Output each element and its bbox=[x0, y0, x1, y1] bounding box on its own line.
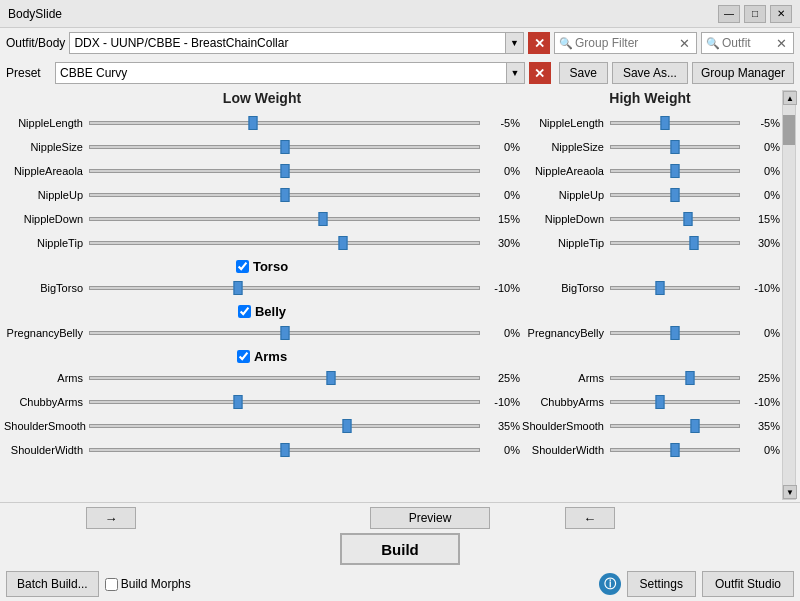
preset-select[interactable]: CBBE Curvy bbox=[55, 62, 507, 84]
slider-label: PregnancyBelly bbox=[4, 327, 89, 339]
slider-row: NippleSize0% bbox=[520, 136, 780, 158]
slider-thumb[interactable] bbox=[338, 236, 347, 250]
outfit-search-input[interactable] bbox=[722, 36, 772, 50]
slider-label: NippleAreaola bbox=[520, 165, 610, 177]
slider-thumb[interactable] bbox=[671, 188, 680, 202]
outfit-body-clear-button[interactable]: ✕ bbox=[528, 32, 550, 54]
slider-thumb[interactable] bbox=[683, 212, 692, 226]
maximize-button[interactable]: □ bbox=[744, 5, 766, 23]
slider-wrap bbox=[610, 400, 740, 404]
slider-row: BigTorso-10% bbox=[520, 277, 780, 299]
slider-row: NippleUp0% bbox=[4, 184, 520, 206]
save-as-button[interactable]: Save As... bbox=[612, 62, 688, 84]
minimize-button[interactable]: — bbox=[718, 5, 740, 23]
slider-wrap bbox=[89, 424, 480, 428]
scroll-down-button[interactable]: ▼ bbox=[783, 485, 797, 499]
bottom-buttons-row: Batch Build... Build Morphs ⓘ Settings O… bbox=[6, 571, 794, 597]
slider-thumb[interactable] bbox=[319, 212, 328, 226]
slider-thumb[interactable] bbox=[671, 164, 680, 178]
belly-checkbox-low[interactable] bbox=[238, 305, 251, 318]
settings-button[interactable]: Settings bbox=[627, 571, 696, 597]
slider-thumb[interactable] bbox=[280, 164, 289, 178]
high-nipple-sliders: NippleLength-5%NippleSize0%NippleAreaola… bbox=[520, 112, 780, 256]
arms-label-low: Arms bbox=[254, 349, 287, 364]
low-weight-panel: Low Weight NippleLength-5%NippleSize0%Ni… bbox=[4, 90, 520, 500]
slider-label: NippleLength bbox=[4, 117, 89, 129]
slider-label: NippleUp bbox=[4, 189, 89, 201]
slider-label: NippleSize bbox=[520, 141, 610, 153]
slider-thumb[interactable] bbox=[233, 281, 242, 295]
slider-thumb[interactable] bbox=[280, 188, 289, 202]
info-button[interactable]: ⓘ bbox=[599, 573, 621, 595]
slider-value: 30% bbox=[480, 237, 520, 249]
slider-row: ShoulderWidth0% bbox=[520, 439, 780, 461]
preset-clear-button[interactable]: ✕ bbox=[529, 62, 551, 84]
scroll-up-button[interactable]: ▲ bbox=[783, 91, 797, 105]
slider-wrap bbox=[89, 169, 480, 173]
slider-value: 15% bbox=[480, 213, 520, 225]
slider-thumb[interactable] bbox=[280, 326, 289, 340]
scrollbar[interactable]: ▲ ▼ bbox=[782, 90, 796, 500]
slider-thumb[interactable] bbox=[655, 281, 664, 295]
slider-value: -10% bbox=[740, 282, 780, 294]
slider-wrap bbox=[89, 286, 480, 290]
build-button[interactable]: Build bbox=[340, 533, 460, 565]
outfit-body-select[interactable]: DDX - UUNP/CBBE - BreastChainCollar bbox=[69, 32, 506, 54]
slider-thumb[interactable] bbox=[690, 236, 699, 250]
arms-checkbox-low[interactable] bbox=[237, 350, 250, 363]
slider-thumb[interactable] bbox=[660, 116, 669, 130]
slider-value: 35% bbox=[480, 420, 520, 432]
group-manager-button[interactable]: Group Manager bbox=[692, 62, 794, 84]
slider-thumb[interactable] bbox=[280, 443, 289, 457]
slider-thumb[interactable] bbox=[249, 116, 258, 130]
slider-label: NippleAreaola bbox=[4, 165, 89, 177]
slider-thumb[interactable] bbox=[655, 395, 664, 409]
low-arms-divider: Arms bbox=[4, 349, 520, 364]
slider-label: NippleDown bbox=[4, 213, 89, 225]
group-filter-input[interactable] bbox=[575, 36, 675, 50]
slider-wrap bbox=[610, 121, 740, 125]
slider-row: Arms25% bbox=[520, 367, 780, 389]
slider-thumb[interactable] bbox=[327, 371, 336, 385]
preview-button[interactable]: Preview bbox=[370, 507, 490, 529]
slider-row: NippleTip30% bbox=[4, 232, 520, 254]
batch-build-button[interactable]: Batch Build... bbox=[6, 571, 99, 597]
preset-arrow[interactable]: ▼ bbox=[507, 62, 525, 84]
slider-value: 35% bbox=[740, 420, 780, 432]
arrow-left-button[interactable]: ← bbox=[565, 507, 615, 529]
slider-thumb[interactable] bbox=[671, 140, 680, 154]
slider-thumb[interactable] bbox=[342, 419, 351, 433]
arrow-right-button[interactable]: → bbox=[86, 507, 136, 529]
save-button[interactable]: Save bbox=[559, 62, 608, 84]
slider-row: ChubbyArms-10% bbox=[520, 391, 780, 413]
slider-wrap bbox=[89, 145, 480, 149]
slider-value: 0% bbox=[480, 141, 520, 153]
slider-row: NippleAreaola0% bbox=[4, 160, 520, 182]
slider-wrap bbox=[89, 376, 480, 380]
slider-row: ShoulderWidth0% bbox=[4, 439, 520, 461]
outfit-search-clear-button[interactable]: ✕ bbox=[774, 36, 789, 51]
slider-value: 0% bbox=[740, 444, 780, 456]
slider-thumb[interactable] bbox=[233, 395, 242, 409]
outfit-studio-button[interactable]: Outfit Studio bbox=[702, 571, 794, 597]
slider-thumb[interactable] bbox=[691, 419, 700, 433]
slider-value: -5% bbox=[740, 117, 780, 129]
low-nipple-sliders: NippleLength-5%NippleSize0%NippleAreaola… bbox=[4, 112, 520, 256]
slider-label: NippleDown bbox=[520, 213, 610, 225]
slider-label: NippleTip bbox=[520, 237, 610, 249]
slider-label: NippleUp bbox=[520, 189, 610, 201]
slider-thumb[interactable] bbox=[671, 326, 680, 340]
slider-thumb[interactable] bbox=[280, 140, 289, 154]
slider-label: BigTorso bbox=[520, 282, 610, 294]
slider-label: ShoulderWidth bbox=[520, 444, 610, 456]
low-arms-sliders: Arms25%ChubbyArms-10%ShoulderSmooth35%Sh… bbox=[4, 367, 520, 463]
slider-thumb[interactable] bbox=[671, 443, 680, 457]
scroll-thumb[interactable] bbox=[783, 115, 795, 145]
close-button[interactable]: ✕ bbox=[770, 5, 792, 23]
outfit-body-arrow[interactable]: ▼ bbox=[506, 32, 524, 54]
build-morphs-checkbox[interactable] bbox=[105, 578, 118, 591]
group-filter-clear-button[interactable]: ✕ bbox=[677, 36, 692, 51]
group-filter-search: 🔍 ✕ bbox=[554, 32, 697, 54]
slider-thumb[interactable] bbox=[686, 371, 695, 385]
torso-checkbox-low[interactable] bbox=[236, 260, 249, 273]
